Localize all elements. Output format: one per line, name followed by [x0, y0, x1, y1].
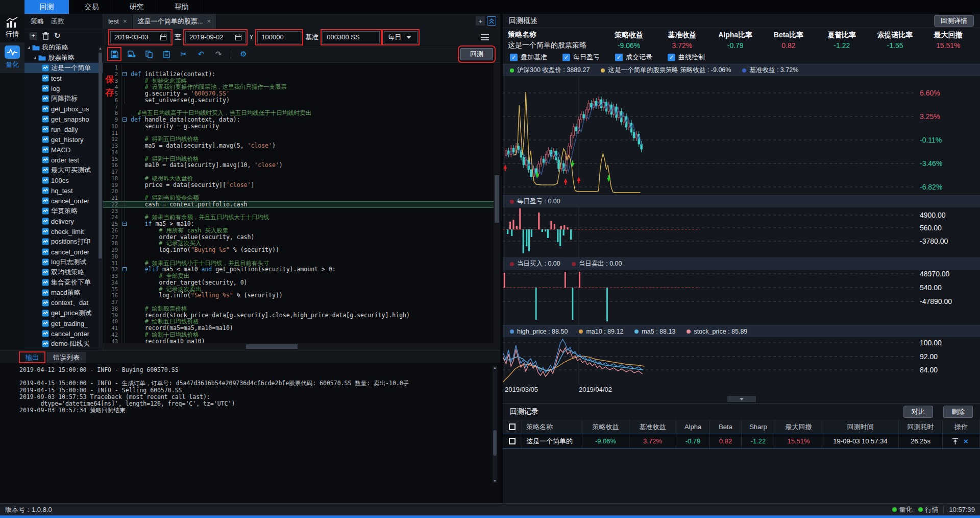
- code-line[interactable]: 21 # 得到当前资金余额: [103, 195, 494, 201]
- rail-item-market[interactable]: 行情: [0, 14, 24, 42]
- chart-option-checkbox[interactable]: ✓叠加基准: [510, 53, 547, 62]
- code-line[interactable]: 13 ma5 = data[security].mavg(5, 'close'): [103, 143, 494, 149]
- paste-button[interactable]: [161, 49, 172, 59]
- code-line[interactable]: 22 cash = context.portfolio.cash: [103, 201, 494, 208]
- fold-marker-icon[interactable]: –: [122, 222, 127, 226]
- tree-item[interactable]: demo-阳线买: [24, 339, 103, 349]
- menu-tab-交易[interactable]: 交易: [69, 0, 114, 14]
- code-line[interactable]: 9–def handle_data(context, data):: [103, 116, 494, 123]
- tree-item[interactable]: 集合竞价下单: [24, 277, 103, 288]
- expand-arrow-icon[interactable]: [28, 46, 30, 49]
- code-line[interactable]: 19 price = data[security]['close']: [103, 182, 494, 189]
- save-button[interactable]: [109, 49, 119, 59]
- tree-item[interactable]: check_limit: [24, 226, 103, 237]
- tree-item[interactable]: cancel_order: [24, 196, 103, 206]
- code-line[interactable]: 1: [103, 64, 494, 71]
- editor-hscrollbar[interactable]: [103, 343, 500, 350]
- menu-tab-帮助[interactable]: 帮助: [159, 0, 204, 14]
- tree-item[interactable]: get_price测试: [24, 308, 103, 318]
- add-strategy-button[interactable]: +: [30, 32, 37, 40]
- code-editor[interactable]: 12–def initialize(context):3 # 初始化此策略4 #…: [103, 63, 494, 343]
- cut-button[interactable]: ✂: [179, 49, 189, 59]
- close-icon[interactable]: ×: [123, 17, 127, 25]
- end-date-input[interactable]: 2019-09-02: [185, 31, 246, 43]
- tree-item[interactable]: 阿隆指标: [24, 93, 103, 104]
- code-line[interactable]: 42 # 绘制十日均线价格: [103, 332, 494, 338]
- save-as-button[interactable]: [127, 49, 137, 59]
- code-line[interactable]: 16 ma10 = data[security].mavg(10, 'close…: [103, 162, 494, 169]
- tree-item[interactable]: cancel_order: [24, 247, 103, 257]
- load-record-icon[interactable]: [952, 438, 959, 445]
- tree-item[interactable]: MACD: [24, 145, 103, 155]
- fold-marker-icon[interactable]: –: [122, 72, 127, 76]
- code-line[interactable]: 36 log.info("Selling %s" % (security)): [103, 292, 494, 299]
- code-line[interactable]: 10 security = g.security: [103, 123, 494, 130]
- tree-item[interactable]: 100cs: [24, 175, 103, 185]
- editor-vscrollbar[interactable]: [494, 63, 500, 343]
- table-row[interactable]: 这是一个简单的-9.06%3.72%-0.790.82-1.2215.51%19…: [503, 434, 980, 449]
- tree-item[interactable]: log: [24, 83, 103, 93]
- editor-settings-button[interactable]: ⚙: [238, 49, 249, 59]
- collapse-charts-button[interactable]: [727, 396, 756, 402]
- tree-item[interactable]: 双均线策略: [24, 267, 103, 277]
- code-line[interactable]: 6 set_universe(g.security): [103, 97, 494, 104]
- tree-item[interactable]: cancel_order: [24, 328, 103, 339]
- tree-item[interactable]: context、dat: [24, 298, 103, 308]
- menu-tab-回测[interactable]: 回测: [24, 0, 69, 14]
- rail-item-quant[interactable]: 量化: [0, 42, 24, 73]
- run-backtest-button[interactable]: 回测: [460, 48, 493, 60]
- tree-item[interactable]: get_pbox_us: [24, 104, 103, 114]
- code-line[interactable]: 43 record(ma10=ma10): [103, 338, 494, 344]
- tree-item[interactable]: log日志测试: [24, 257, 103, 267]
- collapse-panel-button[interactable]: [487, 16, 496, 26]
- tree-folder-stocks[interactable]: 股票策略: [24, 53, 103, 63]
- capital-input[interactable]: 100000: [257, 31, 301, 43]
- chart-option-checkbox[interactable]: ✓曲线绘制: [668, 53, 705, 62]
- tree-scrollbar[interactable]: ▲: [99, 46, 102, 349]
- delete-icon[interactable]: [42, 32, 49, 40]
- code-line[interactable]: 26 # 用所有 cash 买入股票: [103, 227, 494, 234]
- tab-error-list[interactable]: 错误列表: [47, 352, 86, 363]
- editor-tab[interactable]: 这是一个简单的股票...×: [133, 14, 216, 29]
- benchmark-input[interactable]: 000300.SS: [323, 31, 380, 43]
- row-checkbox[interactable]: [509, 438, 516, 444]
- start-date-input[interactable]: 2019-03-03: [110, 31, 170, 43]
- tab-functions[interactable]: 函数: [51, 17, 64, 26]
- tree-item[interactable]: delivery: [24, 216, 103, 226]
- refresh-icon[interactable]: ↻: [54, 31, 61, 40]
- tree-item[interactable]: 最大可买测试: [24, 165, 103, 175]
- backtest-details-button[interactable]: 回测详情: [934, 15, 974, 27]
- tree-item[interactable]: 这是一个简单: [24, 63, 103, 73]
- undo-button[interactable]: ↶: [196, 49, 206, 59]
- delete-record-icon[interactable]: ×: [964, 437, 968, 445]
- tree-folder-root[interactable]: 我的策略: [24, 42, 103, 53]
- settings-menu-icon[interactable]: [481, 33, 489, 42]
- fold-marker-icon[interactable]: –: [122, 267, 127, 271]
- fold-marker-icon[interactable]: –: [122, 117, 127, 122]
- compare-button[interactable]: 对比: [903, 406, 933, 418]
- chart-option-checkbox[interactable]: ✓成交记录: [615, 53, 652, 62]
- tree-item[interactable]: get_trading_: [24, 318, 103, 328]
- tree-item[interactable]: 华贯策略: [24, 206, 103, 216]
- tree-item[interactable]: positions打印: [24, 237, 103, 247]
- select-all-checkbox[interactable]: [509, 423, 516, 430]
- expand-arrow-icon[interactable]: [34, 56, 36, 59]
- tree-item[interactable]: test: [24, 73, 103, 83]
- tree-item[interactable]: order test: [24, 155, 103, 165]
- code-line[interactable]: 29 log.info("Buying %s" % (security)): [103, 247, 494, 253]
- period-select[interactable]: 每日: [384, 31, 418, 43]
- tree-item[interactable]: macd策略: [24, 288, 103, 298]
- code-line[interactable]: 5 g.security = '600570.SS': [103, 90, 494, 97]
- new-tab-button[interactable]: +: [476, 16, 485, 26]
- code-line[interactable]: 18 # 取得昨天收盘价: [103, 175, 494, 182]
- tree-item[interactable]: get_history: [24, 134, 103, 145]
- chart-option-checkbox[interactable]: ✓每日盈亏: [562, 53, 600, 62]
- code-line[interactable]: 33 # 全部卖出: [103, 273, 494, 279]
- menu-tab-研究[interactable]: 研究: [114, 0, 159, 14]
- copy-button[interactable]: [144, 49, 154, 59]
- tree-item[interactable]: hq_test: [24, 185, 103, 196]
- redo-button[interactable]: ↷: [213, 49, 224, 59]
- editor-tab[interactable]: test×: [103, 14, 133, 29]
- console-scrollbar[interactable]: ▲▼: [493, 366, 497, 483]
- tab-output[interactable]: 输出: [19, 352, 45, 363]
